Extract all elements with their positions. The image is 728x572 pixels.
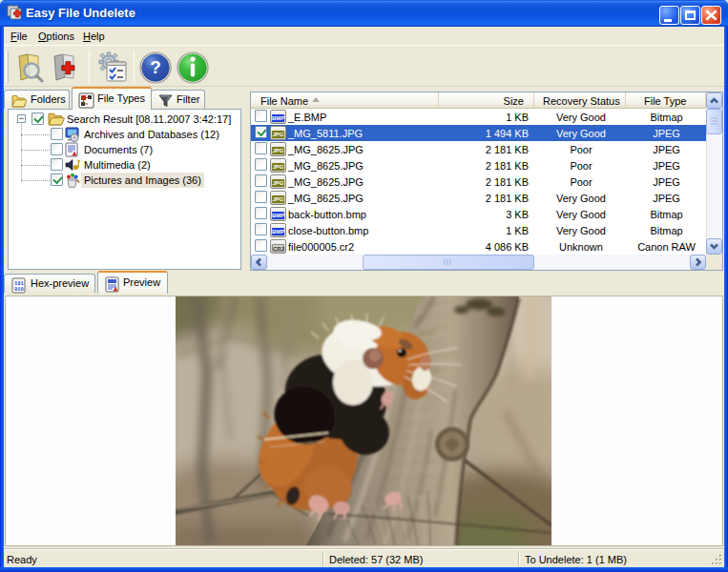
svg-text:010: 010	[14, 286, 24, 293]
svg-text:?: ?	[150, 57, 161, 77]
